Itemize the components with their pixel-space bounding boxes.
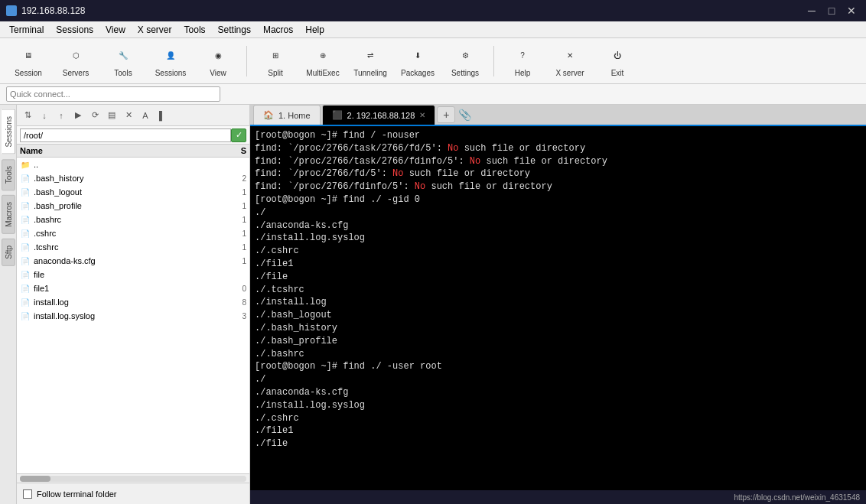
terminal-line: ./file: [255, 437, 861, 450]
file-icon: 📄: [20, 187, 31, 197]
toolbar-btn-settings[interactable]: ⚙Settings: [443, 41, 487, 81]
file-btn-refresh[interactable]: ⟳: [87, 108, 103, 123]
terminal-line: ./.tcshrc: [255, 284, 861, 297]
menu-item-sessions[interactable]: Sessions: [50, 23, 99, 37]
file-row[interactable]: 📄 install.log 8: [17, 295, 249, 309]
menu-item-x-server[interactable]: X server: [132, 23, 178, 37]
toolbar-btn-view[interactable]: ◉View: [196, 41, 240, 81]
quick-connect-bar: [0, 84, 866, 105]
file-row[interactable]: 📄 .bashrc 1: [17, 213, 249, 226]
file-row[interactable]: 📄 file1 0: [17, 281, 249, 295]
file-btn-sync[interactable]: ⇅: [20, 108, 35, 123]
menu-item-settings[interactable]: Settings: [212, 23, 257, 37]
file-name: .cshrc: [34, 229, 227, 238]
home-tab-icon: 🏠: [263, 110, 274, 120]
xserver-icon: ✕: [559, 45, 581, 67]
toolbar-btn-servers[interactable]: ⬡Servers: [54, 41, 98, 81]
file-btn-text[interactable]: A: [138, 108, 153, 123]
toolbar-btn-xserver[interactable]: ✕X server: [548, 41, 592, 81]
terminal-content[interactable]: [root@bogon ~]# find / -nouser find: `/p…: [250, 126, 866, 490]
file-name: .tcshrc: [34, 242, 227, 252]
file-row[interactable]: 📄 .bash_profile 1: [17, 199, 249, 213]
file-btn-upload[interactable]: ↑: [54, 108, 69, 123]
file-btn-run[interactable]: ▶: [70, 108, 86, 123]
file-btn-panel[interactable]: ▌: [155, 108, 170, 123]
file-name: install.log: [34, 298, 227, 307]
minimize-button[interactable]: ─: [803, 4, 820, 18]
menu-item-help[interactable]: Help: [299, 23, 330, 37]
tab-home[interactable]: 🏠 1. Home: [253, 105, 321, 125]
path-input[interactable]: [20, 128, 231, 142]
menu-item-view[interactable]: View: [99, 23, 132, 37]
toolbar-btn-sessions[interactable]: 👤Sessions: [148, 41, 193, 81]
file-row[interactable]: 📄 .cshrc 1: [17, 226, 249, 240]
col-size-header: S: [227, 146, 246, 155]
file-icon: 📄: [20, 228, 31, 239]
add-tab-button[interactable]: +: [437, 106, 455, 123]
quick-connect-input[interactable]: [6, 86, 220, 102]
status-bar: https://blog.csdn.net/weixin_4631548: [250, 490, 866, 504]
file-btn-download[interactable]: ↓: [37, 108, 52, 123]
path-bar: ✓: [17, 126, 249, 145]
file-row[interactable]: 📄 .tcshrc 1: [17, 240, 249, 254]
toolbar-btn-exit[interactable]: ⏻Exit: [595, 41, 640, 81]
tab-terminal[interactable]: ⬛ 2. 192.168.88.128 ✕: [322, 105, 436, 125]
file-btn-list[interactable]: ▤: [104, 108, 119, 123]
file-name: .bashrc: [34, 215, 227, 224]
follow-terminal-checkbox[interactable]: [23, 489, 32, 499]
menu-bar: TerminalSessionsViewX serverToolsSetting…: [0, 21, 866, 38]
window-title: 192.168.88.128: [21, 5, 85, 16]
terminal-line: [root@bogon ~]# find / -nouser: [255, 129, 861, 142]
follow-terminal-bar: Follow terminal folder: [17, 483, 249, 504]
file-size: 0: [227, 285, 246, 293]
toolbar-separator: [246, 46, 247, 76]
file-row[interactable]: 📄 .bash_logout 1: [17, 185, 249, 199]
file-size: 1: [227, 257, 246, 265]
toolbar-btn-split[interactable]: ⊞Split: [253, 41, 298, 81]
terminal-line: [root@bogon ~]# find ./ -user root: [255, 360, 861, 373]
packages-icon: ⬇: [407, 45, 428, 67]
terminal-line: find: `/proc/2766/fdinfo/5': No such fil…: [255, 180, 861, 193]
terminal-line: ./install.log.syslog: [255, 232, 861, 245]
path-ok-button[interactable]: ✓: [231, 128, 246, 142]
multiexec-icon: ⊕: [312, 45, 334, 67]
file-size: 1: [227, 229, 246, 238]
file-row[interactable]: 📄 install.log.syslog 3: [17, 309, 249, 323]
sidebar-item-tools[interactable]: Tools: [2, 159, 15, 190]
file-size: 2: [227, 174, 246, 183]
file-scrollbar[interactable]: [17, 473, 249, 483]
file-row[interactable]: 📁 ..: [17, 158, 249, 171]
pin-button[interactable]: 📎: [458, 109, 471, 121]
file-row[interactable]: 📄 .bash_history 2: [17, 171, 249, 185]
toolbar-btn-tunneling[interactable]: ⇌Tunneling: [348, 41, 392, 81]
toolbar-separator-2: [493, 46, 494, 76]
split-icon: ⊞: [265, 45, 286, 67]
toolbar-btn-tools[interactable]: 🔧Tools: [101, 41, 145, 81]
terminal-line: ./file: [255, 271, 861, 284]
session-icon: 🖥: [18, 45, 39, 67]
maximize-button[interactable]: □: [823, 4, 840, 18]
terminal-line: ./install.log.syslog: [255, 399, 861, 412]
sidebar-item-sftp[interactable]: Sftp: [2, 239, 15, 266]
folder-icon: 📁: [20, 159, 31, 170]
menu-item-macros[interactable]: Macros: [257, 23, 299, 37]
toolbar-btn-packages[interactable]: ⬇Packages: [396, 41, 440, 81]
close-button[interactable]: ✕: [843, 4, 860, 18]
file-name: file: [34, 270, 227, 279]
terminal-tab-close[interactable]: ✕: [419, 111, 425, 119]
sidebar-item-sessions[interactable]: Sessions: [2, 109, 15, 154]
follow-terminal-label: Follow terminal folder: [37, 489, 117, 499]
toolbar-btn-multiexec[interactable]: ⊕MultiExec: [301, 41, 345, 81]
toolbar: 🖥Session⬡Servers🔧Tools👤Sessions◉View⊞Spl…: [0, 38, 866, 84]
terminal-line: ./file1: [255, 424, 861, 437]
file-row[interactable]: 📄 anaconda-ks.cfg 1: [17, 254, 249, 268]
file-name: install.log.syslog: [34, 311, 227, 320]
toolbar-btn-session[interactable]: 🖥Session: [6, 41, 50, 81]
sidebar-item-macros[interactable]: Macros: [2, 195, 15, 234]
toolbar-btn-help[interactable]: ?Help: [500, 41, 545, 81]
file-row[interactable]: 📄 file: [17, 268, 249, 281]
menu-item-terminal[interactable]: Terminal: [3, 23, 50, 37]
file-btn-delete[interactable]: ✕: [121, 108, 136, 123]
menu-item-tools[interactable]: Tools: [178, 23, 212, 37]
col-name-header: Name: [20, 146, 227, 155]
